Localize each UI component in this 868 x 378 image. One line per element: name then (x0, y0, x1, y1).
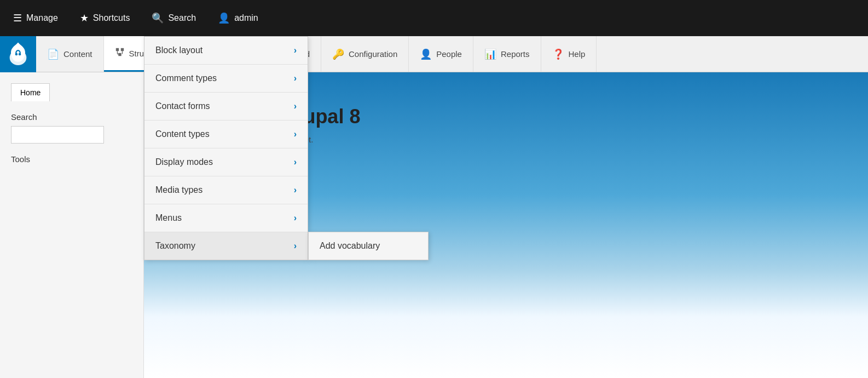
svg-rect-4 (120, 48, 123, 50)
chevron-right-icon: › (294, 185, 297, 195)
manage-button[interactable]: ☰ Manage (9, 10, 62, 26)
tools-label: Tools (11, 154, 132, 164)
reports-icon: 📊 (484, 48, 496, 60)
menu-item-display-modes[interactable]: Display modes › (144, 148, 308, 176)
user-icon: 👤 (218, 12, 230, 24)
help-icon: ❓ (552, 48, 564, 60)
shortcuts-button[interactable]: ★ Shortcuts (76, 10, 135, 26)
svg-rect-5 (118, 53, 121, 55)
hamburger-icon: ☰ (13, 12, 22, 24)
structure-icon (115, 47, 125, 60)
admin-toolbar: ☰ Manage ★ Shortcuts 🔍 Search 👤 admin (0, 0, 868, 36)
structure-dropdown: Block layout › Comment types › Contact f… (144, 36, 308, 260)
star-icon: ★ (80, 12, 89, 24)
chevron-right-icon: › (294, 45, 297, 55)
people-icon: 👤 (420, 48, 432, 60)
chevron-right-icon: › (294, 129, 297, 139)
submenu-item-add-vocabulary[interactable]: Add vocabulary (309, 232, 428, 260)
search-input[interactable] (11, 126, 104, 144)
nav-item-content[interactable]: 📄 Content (36, 36, 104, 72)
svg-point-1 (15, 53, 18, 55)
nav-item-people[interactable]: 👤 People (409, 36, 473, 72)
content-icon: 📄 (47, 48, 59, 60)
home-tab[interactable]: Home (11, 83, 50, 101)
search-label: Search (11, 112, 132, 122)
taxonomy-submenu: Add vocabulary (308, 232, 429, 260)
search-icon: 🔍 (152, 12, 164, 24)
admin-user-button[interactable]: 👤 admin (213, 10, 263, 26)
chevron-right-icon: › (294, 241, 297, 251)
svg-rect-3 (115, 48, 118, 50)
chevron-right-icon: › (294, 101, 297, 111)
nav-item-help[interactable]: ❓ Help (541, 36, 597, 72)
menu-item-media-types[interactable]: Media types › (144, 176, 308, 204)
menu-item-contact-forms[interactable]: Contact forms › (144, 93, 308, 121)
page-content: Home Search Tools Welcome to Drupal 8 fr… (0, 72, 868, 378)
chevron-right-icon: › (294, 73, 297, 83)
menu-item-content-types[interactable]: Content types › (144, 121, 308, 148)
chevron-right-icon: › (294, 213, 297, 223)
nav-item-reports[interactable]: 📊 Reports (473, 36, 541, 72)
configuration-icon: 🔑 (332, 48, 344, 60)
chevron-right-icon: › (294, 157, 297, 167)
menu-item-menus[interactable]: Menus › (144, 204, 308, 232)
nav-item-configuration[interactable]: 🔑 Configuration (321, 36, 409, 72)
sidebar: Home Search Tools (0, 72, 144, 378)
menu-item-block-layout[interactable]: Block layout › (144, 37, 308, 65)
nav-items: 📄 Content Structure 🎨 Appearance 🔌 Exten… (36, 36, 597, 72)
drupal-logo (0, 36, 36, 72)
svg-point-2 (19, 53, 21, 55)
structure-menu: Block layout › Comment types › Contact f… (144, 36, 308, 260)
menu-item-taxonomy[interactable]: Taxonomy › (144, 232, 308, 260)
menu-item-comment-types[interactable]: Comment types › (144, 65, 308, 93)
nav-bar: 📄 Content Structure 🎨 Appearance 🔌 Exten… (0, 36, 868, 72)
search-button[interactable]: 🔍 Search (147, 10, 200, 26)
